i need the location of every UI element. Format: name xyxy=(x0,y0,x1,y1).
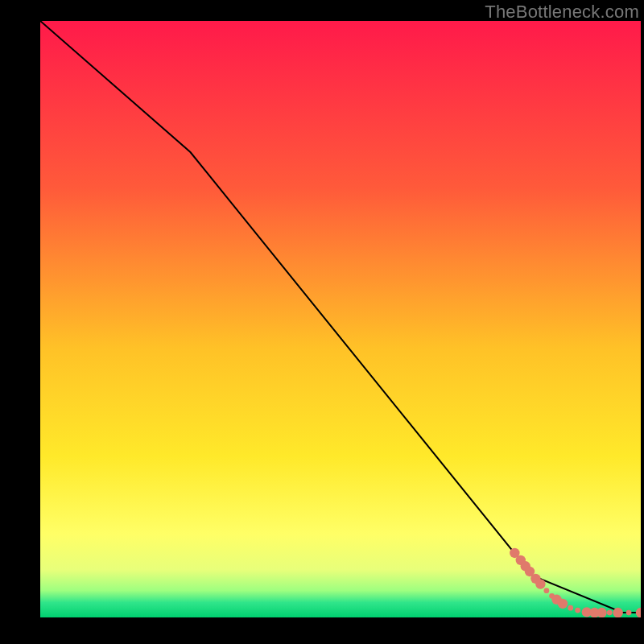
highlight-point xyxy=(568,605,573,611)
highlight-point xyxy=(613,608,622,617)
chart-frame: TheBottleneck.com xyxy=(0,0,644,644)
highlight-point xyxy=(607,610,613,616)
highlight-point xyxy=(575,608,580,613)
chart-background xyxy=(40,21,641,617)
highlight-point xyxy=(535,579,545,588)
chart-svg xyxy=(40,21,641,617)
highlight-point xyxy=(597,608,606,617)
highlight-point xyxy=(558,599,568,609)
highlight-point xyxy=(626,610,632,616)
highlight-point xyxy=(543,588,549,593)
plot-area xyxy=(40,21,641,617)
watermark-label: TheBottleneck.com xyxy=(485,2,639,23)
